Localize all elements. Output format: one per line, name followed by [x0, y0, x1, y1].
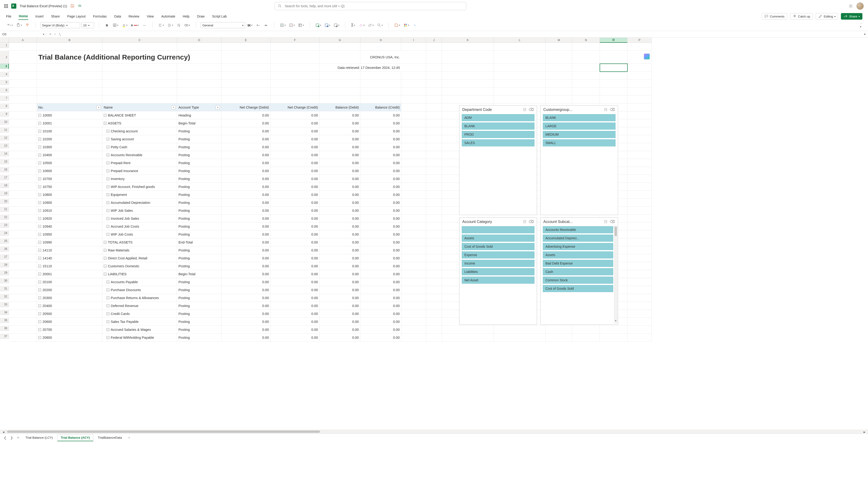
row-header[interactable]: 6 — [0, 87, 9, 93]
cell[interactable] — [9, 223, 37, 231]
outline-toggle[interactable] — [38, 130, 41, 132]
cell[interactable] — [572, 334, 600, 342]
column-header[interactable]: C — [102, 38, 177, 43]
cell[interactable] — [401, 215, 426, 223]
cell[interactable]: Posting — [177, 294, 221, 302]
horizontal-scrollbar[interactable]: ◀ ▶ — [0, 430, 868, 434]
cell[interactable] — [572, 87, 600, 95]
h-align-button[interactable]: ▾ — [157, 22, 165, 29]
row-header[interactable]: 8 — [0, 104, 9, 108]
cell[interactable] — [627, 246, 652, 254]
slicer-item[interactable]: Cost of Goods Sold — [543, 285, 613, 292]
cell[interactable] — [627, 143, 652, 151]
outline-toggle[interactable] — [106, 312, 109, 315]
clear-filter-icon[interactable]: ⌫ — [529, 107, 534, 112]
cell[interactable] — [9, 270, 37, 278]
cell[interactable] — [9, 64, 37, 72]
cell[interactable] — [177, 43, 221, 51]
cell[interactable] — [494, 43, 546, 51]
cell[interactable]: WIP Account, Finished goods — [102, 183, 177, 191]
cell[interactable] — [426, 278, 442, 286]
cell[interactable] — [401, 254, 426, 262]
cell[interactable]: 0.00 — [319, 231, 360, 238]
cell[interactable]: 0.00 — [221, 334, 271, 342]
row-header[interactable]: 18 — [0, 183, 9, 188]
cell[interactable] — [627, 64, 652, 72]
outline-toggle[interactable] — [38, 297, 41, 299]
cell[interactable]: 0.00 — [360, 302, 401, 310]
outline-toggle[interactable] — [38, 289, 41, 291]
slicer-item[interactable]: MEDIUM — [543, 131, 615, 138]
menu-data[interactable]: Data — [114, 13, 122, 20]
row-header[interactable]: 23 — [0, 223, 9, 228]
cell[interactable] — [177, 87, 221, 95]
saved-cloud-icon[interactable] — [78, 4, 82, 9]
cell[interactable]: Balance (Credit) — [360, 104, 401, 111]
outline-toggle[interactable] — [104, 249, 106, 252]
outline-toggle[interactable] — [106, 217, 109, 220]
slicer-customergroup[interactable]: Customergroup... ☷ ⌫ BLANKLARGEMEDIUMSMA… — [540, 105, 618, 215]
autosum-button[interactable]: Σ▾ — [350, 22, 357, 29]
cell[interactable]: Posting — [177, 318, 221, 326]
cell[interactable]: 0.00 — [360, 334, 401, 342]
cell[interactable] — [401, 302, 426, 310]
cell[interactable]: 10920 — [37, 215, 102, 223]
cell[interactable]: 0.00 — [221, 159, 271, 167]
cell[interactable]: Prepaid Rent — [102, 159, 177, 167]
scroll-right-icon[interactable]: ▶ — [862, 430, 867, 434]
cell[interactable]: 0.00 — [221, 262, 271, 270]
menu-automate[interactable]: Automate — [161, 13, 176, 20]
cell[interactable] — [177, 72, 221, 79]
cell[interactable]: Posting — [177, 159, 221, 167]
cell[interactable] — [401, 199, 426, 206]
slicer-item[interactable]: SMALL — [543, 139, 615, 146]
row-header[interactable]: 12 — [0, 135, 9, 140]
cell[interactable] — [572, 64, 600, 72]
cell[interactable] — [426, 302, 442, 310]
multiselect-icon[interactable]: ☷ — [604, 220, 607, 224]
number-format-select[interactable]: General▾ — [201, 22, 245, 28]
search-input[interactable] — [284, 4, 463, 8]
cell[interactable]: 0.00 — [319, 183, 360, 191]
cell[interactable] — [426, 334, 442, 342]
cell[interactable] — [627, 135, 652, 143]
cell[interactable]: Posting — [177, 286, 221, 294]
cell[interactable]: 0.00 — [221, 302, 271, 310]
outline-toggle[interactable] — [106, 289, 109, 291]
cell[interactable]: 0.00 — [221, 326, 271, 334]
cell[interactable]: 0.00 — [360, 231, 401, 238]
find-button[interactable]: ▾ — [376, 22, 384, 29]
outline-toggle[interactable] — [38, 217, 41, 220]
cell[interactable] — [221, 87, 271, 95]
outline-toggle[interactable] — [38, 320, 41, 323]
cell[interactable]: 14110 — [37, 246, 102, 254]
cell[interactable]: 0.00 — [221, 206, 271, 215]
cell[interactable] — [401, 326, 426, 334]
cell[interactable] — [271, 51, 319, 64]
cell[interactable] — [572, 43, 600, 51]
column-header[interactable]: G — [319, 38, 360, 43]
cell[interactable] — [9, 199, 37, 206]
sheet-tab-data[interactable]: TrialBalanceData — [94, 434, 125, 441]
cell[interactable]: 20500 — [37, 310, 102, 318]
slicer-scrollbar[interactable]: ▲ ▼ — [614, 226, 617, 323]
cell[interactable]: 0.00 — [271, 191, 319, 199]
cell[interactable] — [9, 231, 37, 238]
cell[interactable]: 0.00 — [319, 278, 360, 286]
row-header[interactable]: 26 — [0, 246, 9, 252]
cell[interactable] — [494, 334, 546, 342]
cell[interactable] — [600, 51, 627, 64]
cell[interactable] — [9, 159, 37, 167]
cell[interactable] — [426, 262, 442, 270]
outline-toggle[interactable] — [106, 170, 109, 172]
outline-toggle[interactable] — [38, 249, 41, 252]
outline-toggle[interactable] — [106, 138, 109, 140]
row-header[interactable]: 20 — [0, 199, 9, 204]
sheet-nav-next[interactable]: ❯ — [9, 435, 14, 440]
cell[interactable] — [319, 79, 360, 87]
slicer-account-subcat[interactable]: Account Subcat... ☷ ⌫ Accounts Receivabl… — [540, 217, 618, 325]
row-header[interactable]: 13 — [0, 143, 9, 148]
cell[interactable]: 0.00 — [360, 262, 401, 270]
outline-toggle[interactable] — [106, 153, 109, 157]
menu-share[interactable]: Share — [51, 13, 60, 20]
